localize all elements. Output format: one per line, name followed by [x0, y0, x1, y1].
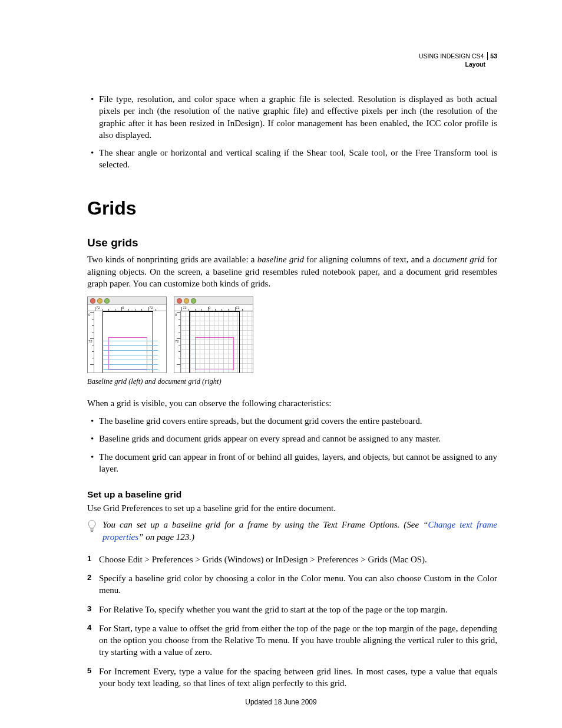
section-name: Layout: [419, 60, 497, 68]
zoom-icon: [191, 298, 196, 304]
figure-caption: Baseline grid (left) and document grid (…: [87, 377, 497, 387]
tip-block: You can set up a baseline grid for a fra…: [87, 519, 497, 543]
svg-rect-1: [91, 530, 94, 531]
window-titlebar: [174, 297, 253, 305]
running-header: USING INDESIGN CS453 Layout: [419, 52, 497, 68]
intro-paragraph: Two kinds of nonprinting grids are avail…: [87, 253, 497, 289]
characteristics-intro: When a grid is visible, you can observe …: [87, 397, 497, 409]
tip-text: You can set up a baseline grid for a fra…: [103, 519, 497, 543]
minimize-icon: [184, 298, 189, 304]
ruler-label: 72: [175, 339, 179, 344]
page: USING INDESIGN CS453 Layout File type, r…: [0, 0, 562, 728]
vertical-ruler: 0 72: [174, 311, 181, 373]
ruler-label: 0: [88, 312, 90, 317]
svg-rect-2: [91, 531, 93, 532]
step-item: For Increment Every, type a value for th…: [87, 666, 497, 690]
characteristics-list: The baseline grid covers entire spreads,…: [87, 415, 497, 475]
ruler-label: 72: [236, 305, 240, 310]
step-item: Specify a baseline grid color by choosin…: [87, 572, 497, 597]
figure-baseline-grid-window: 72 0 72 0 72: [87, 297, 167, 373]
horizontal-ruler: 72 0 72: [88, 305, 166, 311]
zoom-icon: [104, 298, 110, 304]
ruler-label: 72: [96, 305, 100, 310]
ruler-label: 72: [183, 305, 187, 310]
minimize-icon: [97, 298, 103, 304]
figure-document-grid-window: 72 0 72 0 72: [174, 297, 253, 373]
ruler-label: 72: [149, 305, 153, 310]
list-item: The document grid can appear in front of…: [87, 451, 497, 475]
term-document-grid: document grid: [433, 255, 485, 264]
canvas: [94, 311, 166, 373]
text: You can set up a baseline grid for a fra…: [103, 520, 428, 529]
step-item: For Relative To, specify whether you wan…: [87, 604, 497, 615]
content: File type, resolution, and color space w…: [87, 93, 497, 689]
close-icon: [177, 298, 182, 304]
doc-title: USING INDESIGN CS4: [419, 52, 488, 60]
canvas: [181, 311, 253, 373]
ruler-label: 0: [209, 305, 210, 310]
margin-guide: [195, 337, 234, 370]
text: Two kinds of nonprinting grids are avail…: [87, 255, 257, 264]
figure-grids: 72 0 72 0 72: [87, 297, 497, 387]
text: ” on page 123.): [138, 532, 194, 542]
list-item: The shear angle or horizontal and vertic…: [87, 147, 497, 171]
ruler-label: 0: [175, 312, 177, 317]
section-heading: Use grids: [87, 235, 497, 251]
svg-rect-0: [91, 529, 94, 529]
list-item: File type, resolution, and color space w…: [87, 93, 497, 141]
list-item: The baseline grid covers entire spreads,…: [87, 415, 497, 427]
close-icon: [90, 298, 95, 304]
step-item: For Start, type a value to offset the gr…: [87, 622, 497, 658]
list-item: Baseline grids and document grids appear…: [87, 433, 497, 444]
lightbulb-icon: [87, 519, 98, 543]
steps-list: Choose Edit > Preferences > Grids (Windo…: [87, 554, 497, 689]
vertical-ruler: 0 72: [88, 311, 94, 373]
footer-updated: Updated 18 June 2009: [0, 697, 562, 707]
step-item: Choose Edit > Preferences > Grids (Windo…: [87, 554, 497, 565]
margin-guide: [108, 337, 147, 370]
subsection-heading: Set up a baseline grid: [87, 489, 497, 501]
page-number: 53: [488, 52, 497, 60]
intro-bullet-list: File type, resolution, and color space w…: [87, 93, 497, 171]
window-titlebar: [88, 297, 166, 305]
text: for aligning columns of text, and a: [304, 255, 433, 264]
chapter-heading: Grids: [87, 196, 497, 221]
ruler-label: 72: [88, 339, 92, 344]
subsection-intro: Use Grid Preferences to set up a baselin…: [87, 502, 497, 514]
horizontal-ruler: 72 0 72: [174, 305, 253, 311]
term-baseline-grid: baseline grid: [257, 255, 304, 264]
ruler-label: 0: [122, 305, 124, 310]
